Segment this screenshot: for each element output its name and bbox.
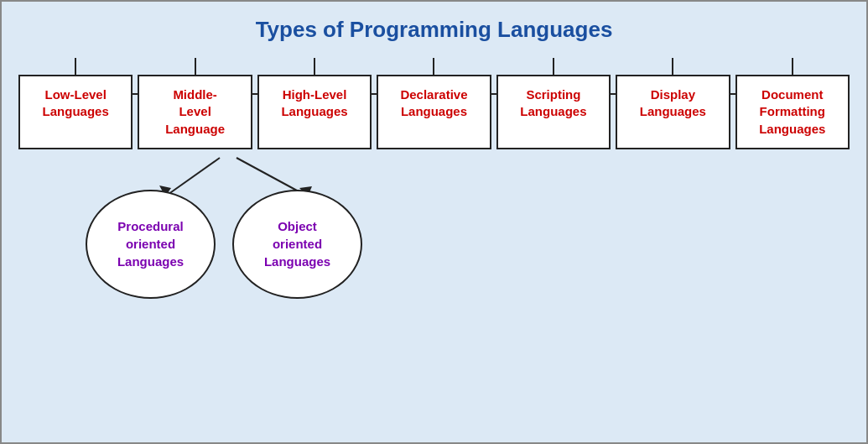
- circle-procedural: Procedural oriented Languages: [86, 190, 216, 299]
- boxes-row: Low-Level Languages Middle- Level Langua…: [18, 75, 850, 149]
- box-high-level: High-Level Languages: [257, 75, 372, 149]
- box-low-level: Low-Level Languages: [18, 75, 133, 149]
- lower-section: Procedural oriented Languages Object ori…: [18, 156, 858, 290]
- box-document-formatting: Document Formatting Languages: [735, 75, 850, 149]
- box-declarative: Declarative Languages: [377, 75, 491, 149]
- circle-object-oriented: Object oriented Languages: [232, 190, 362, 299]
- diagram-title: Types of Programming Languages: [10, 10, 858, 55]
- box-scripting: Scripting Languages: [496, 75, 611, 149]
- box-display: Display Languages: [616, 75, 730, 149]
- circles-row: Procedural oriented Languages Object ori…: [86, 190, 362, 299]
- box-middle-level: Middle- Level Language: [138, 75, 252, 149]
- diagram-container: Types of Programming Languages Low-Level…: [0, 0, 868, 444]
